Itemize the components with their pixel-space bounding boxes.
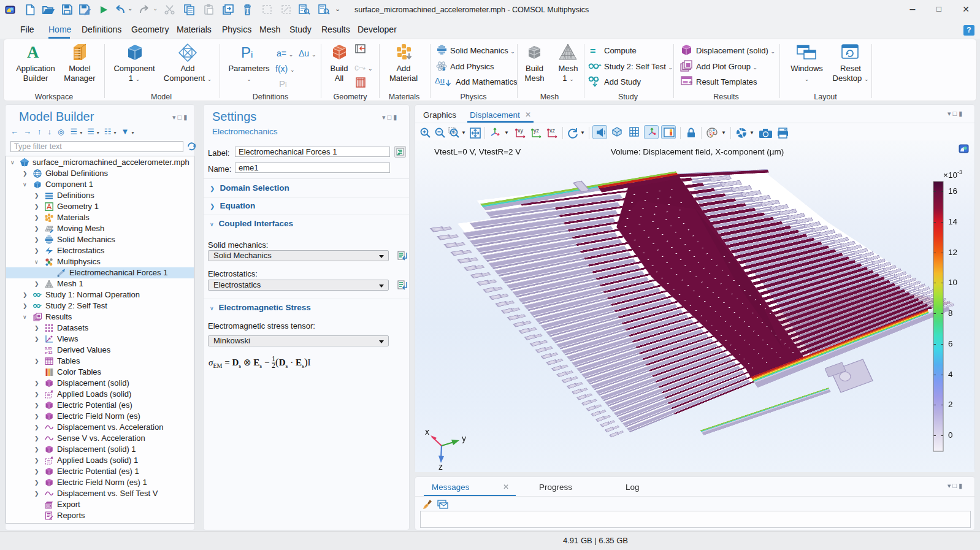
svg-text:e-12: e-12 xyxy=(45,350,53,354)
svg-text:xy: xy xyxy=(518,128,524,134)
svg-text:z: z xyxy=(438,462,443,470)
svg-text:8.85: 8.85 xyxy=(45,346,53,350)
svg-text:x: x xyxy=(425,427,429,437)
svg-text:yz: yz xyxy=(534,128,540,134)
svg-text:xz: xz xyxy=(549,128,556,134)
svg-text:y: y xyxy=(462,434,466,443)
